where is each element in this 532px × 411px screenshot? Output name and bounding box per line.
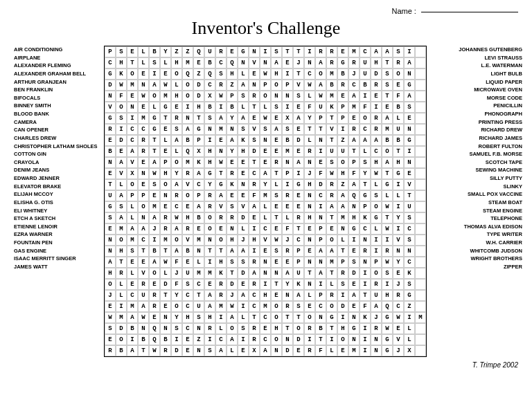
grid-cell: A [215, 345, 227, 356]
grid-cell: E [271, 290, 282, 301]
grid-cell: W [304, 80, 315, 91]
grid-cell: R [249, 323, 260, 334]
grid-cell: N [282, 157, 293, 168]
grid-cell: U [326, 146, 337, 157]
grid-cell: N [304, 190, 315, 201]
grid-cell: R [105, 345, 116, 356]
right-word-item: WRIGHT BROTHERS [429, 255, 522, 263]
grid-cell: L [326, 279, 337, 290]
grid-cell: R [227, 168, 238, 179]
grid-cell: I [249, 246, 260, 257]
right-word-item: MORSE CODE [429, 94, 522, 102]
grid-cell: H [337, 323, 348, 334]
grid-cell: O [393, 68, 404, 80]
grid-cell: O [171, 157, 182, 168]
grid-cell: F [304, 102, 315, 113]
grid-cell: I [360, 268, 371, 279]
grid-cell: T [293, 46, 304, 57]
grid-cell: L [260, 201, 271, 212]
grid-cell: N [105, 246, 116, 257]
grid-cell: T [249, 312, 260, 323]
right-word-item: JOHANNES GUTENBERG [429, 46, 522, 54]
grid-cell: S [105, 212, 116, 223]
grid-cell: N [404, 68, 415, 80]
grid-cell: D [227, 279, 238, 290]
grid-cell: I [171, 334, 182, 345]
right-word-item: SILLY PUTTY [429, 174, 522, 183]
grid-cell: R [149, 290, 160, 301]
grid-cell: A [238, 290, 249, 301]
right-word-item: LIQUID PAPER [429, 78, 522, 86]
grid-cell: O [304, 312, 315, 323]
grid-cell: E [315, 157, 326, 168]
grid-cell: N [138, 168, 149, 179]
grid-cell: I [149, 235, 160, 246]
grid-cell: N [138, 80, 149, 91]
grid-cell: N [304, 279, 315, 290]
grid-cell: S [116, 46, 127, 57]
grid-cell: I [260, 46, 271, 57]
grid-cell: M [415, 312, 426, 323]
grid-cell: A [227, 312, 238, 323]
grid-cell: N [315, 135, 326, 146]
left-word-item: CRAYOLA [14, 158, 101, 167]
grid-cell: K [116, 68, 127, 80]
right-word-item: RICHARD DREW [429, 126, 522, 134]
grid-cell: I [371, 235, 382, 246]
grid-cell: W [138, 312, 149, 323]
grid-cell: O [171, 68, 182, 80]
grid-cell: E [105, 223, 116, 235]
grid-cell: I [337, 124, 348, 135]
grid-cell: P [315, 223, 326, 235]
grid-cell: A [149, 157, 160, 168]
grid-cell: C [249, 290, 260, 301]
grid-cell: Y [304, 113, 315, 124]
grid-cell: O [204, 212, 215, 223]
grid-cell: A [271, 124, 282, 135]
grid-cell: N [204, 235, 215, 246]
grid-cell: I [371, 246, 382, 257]
grid-cell: S [215, 68, 227, 80]
grid-cell: L [360, 146, 371, 157]
grid-cell: R [160, 223, 171, 235]
grid-cell: C [215, 334, 227, 345]
grid-cell: L [116, 179, 127, 190]
grid-cell: E [337, 91, 348, 102]
left-word-item: FOUNTAIN PEN [14, 239, 101, 247]
grid-cell: G [404, 290, 415, 301]
grid-cell: E [348, 113, 360, 124]
grid-cell: J [171, 268, 182, 279]
grid-cell: L [404, 323, 415, 334]
grid-cell: D [337, 301, 348, 312]
grid-cell: R [315, 46, 326, 57]
grid-cell: J [304, 168, 315, 179]
right-word-item: THOMAS ALVA EDISON [429, 223, 522, 231]
grid-cell: S [204, 345, 215, 356]
grid-cell: T [393, 146, 404, 157]
grid-cell: W [382, 201, 393, 212]
grid-cell: N [304, 157, 315, 168]
grid-cell: M [138, 113, 149, 124]
grid-cell: J [149, 223, 160, 235]
grid-cell: A [382, 157, 393, 168]
grid-cell: A [360, 135, 371, 146]
grid-cell: V [404, 179, 415, 190]
left-word-item: COTTON GIN [14, 150, 101, 158]
grid-cell: W [271, 235, 282, 246]
page-container: Name : Inventor's Challenge AIR CONDITIO… [14, 7, 518, 369]
right-word-item: STEAM ENGINE [429, 207, 522, 215]
grid-cell: L [393, 113, 404, 124]
grid-cell: L [149, 102, 160, 113]
grid-cell: N [193, 345, 204, 356]
grid-cell: N [204, 124, 215, 135]
grid-cell: I [382, 279, 393, 290]
grid-cell: O [382, 146, 393, 157]
grid-cell: A [238, 80, 249, 91]
grid-cell: S [404, 279, 415, 290]
grid-cell: M [260, 301, 271, 312]
grid-cell: M [260, 190, 271, 201]
grid-cell: A [227, 334, 238, 345]
grid-cell: G [149, 124, 160, 135]
grid-cell: B [382, 135, 393, 146]
grid-cell: M [348, 345, 360, 356]
